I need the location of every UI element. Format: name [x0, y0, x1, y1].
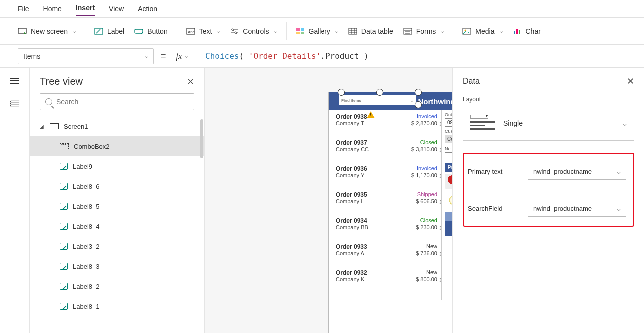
search-field-label: SearchField [468, 205, 528, 212]
datatable-button[interactable]: Data table [348, 27, 393, 35]
menu-insert[interactable]: Insert [76, 1, 95, 16]
search-icon [45, 98, 52, 105]
warning-icon [367, 111, 375, 118]
menu-file[interactable]: File [18, 2, 29, 16]
label-icon [60, 283, 68, 290]
svg-rect-10 [296, 28, 300, 31]
tree-item-label8_2[interactable]: Label8_2 [30, 276, 204, 296]
controls-button[interactable]: Controls ⌵ [230, 27, 277, 35]
close-tree-button[interactable]: ✕ [187, 76, 194, 87]
gallery-icon [296, 27, 305, 35]
menu-action[interactable]: Action [138, 2, 157, 16]
tree-item-label3_2[interactable]: Label3_2 [30, 236, 204, 256]
chevron-down-icon: ⌵ [411, 98, 413, 103]
chevron-down-icon: ⌵ [73, 28, 76, 34]
media-button[interactable]: Media ⌵ [462, 27, 502, 35]
label-button[interactable]: Label [94, 27, 124, 35]
chart-button[interactable]: Char [513, 27, 541, 35]
selection-handle[interactable] [415, 89, 422, 96]
equals-sign: = [161, 51, 166, 61]
search-field-select[interactable]: nwind_productname ⌵ [528, 200, 626, 217]
chevron-down-icon: ⌵ [145, 53, 148, 59]
text-icon: Abc [186, 27, 195, 35]
data-panel: Data ✕ Layout Single ⌵ Primary text nwin… [452, 68, 644, 333]
screen-icon [50, 123, 59, 129]
hamburger-button[interactable] [6, 74, 24, 88]
order-row[interactable]: Order 0933New Company A$ 736.00 › [329, 240, 441, 266]
chevron-down-icon: ⌵ [500, 28, 503, 34]
tree-item-label9[interactable]: Label9 [30, 156, 204, 176]
menu-home[interactable]: Home [43, 2, 62, 16]
svg-line-2 [96, 29, 100, 33]
gallery-button[interactable]: Gallery ⌵ [296, 27, 338, 35]
selection-handle[interactable] [376, 89, 383, 96]
tree-item-label8_6[interactable]: Label8_6 [30, 176, 204, 196]
label-icon [60, 183, 68, 190]
label-icon [94, 27, 103, 35]
selection-handle[interactable] [338, 89, 345, 96]
highlighted-fields: Primary text nwind_productname ⌵ SearchF… [463, 153, 634, 227]
tree-view-button[interactable] [6, 97, 24, 111]
tree-item-label8_5[interactable]: Label8_5 [30, 196, 204, 216]
new-screen-button[interactable]: New screen ⌵ [18, 27, 76, 35]
label-icon [60, 203, 68, 210]
new-screen-icon [18, 27, 27, 35]
svg-rect-26 [516, 29, 518, 34]
chart-icon [513, 27, 522, 35]
chevron-down-icon: ⌵ [335, 28, 338, 34]
order-row[interactable]: Order 0932New Company K$ 800.00 › [329, 266, 441, 292]
text-button[interactable]: Abc Text ⌵ [186, 27, 220, 35]
fx-button[interactable]: fx⌵ [173, 52, 191, 61]
forms-icon [403, 27, 412, 35]
search-input[interactable] [56, 98, 189, 106]
svg-rect-14 [349, 28, 357, 34]
primary-text-select[interactable]: nwind_productname ⌵ [528, 163, 626, 180]
svg-text:Abc: Abc [188, 30, 195, 34]
button-icon [134, 27, 143, 35]
layout-thumb [470, 115, 495, 132]
chevron-down-icon: ⌵ [617, 167, 621, 175]
data-panel-title: Data [463, 77, 480, 86]
label-icon [60, 243, 68, 250]
property-selector[interactable]: Items ⌵ [18, 48, 154, 64]
label-icon [60, 223, 68, 230]
caret-icon: ◢ [40, 124, 45, 129]
tree-scrollbar[interactable] [200, 119, 203, 158]
label-icon [60, 163, 68, 170]
svg-point-9 [235, 32, 237, 34]
forms-button[interactable]: Forms ⌵ [403, 27, 444, 35]
chevron-down-icon: ⌵ [441, 28, 444, 34]
order-row[interactable]: Order 0938Invoiced Company T$ 2,870.00 › [329, 110, 441, 136]
formula-input[interactable]: Choices( 'Order Details' .Product ) [205, 51, 369, 61]
media-icon [462, 27, 471, 35]
tree-item-label8_1[interactable]: Label8_1 [30, 296, 204, 316]
order-row[interactable]: Order 0934Closed Company BB$ 230.00 › [329, 214, 441, 240]
tree-item-combobox2[interactable]: ComboBox2 [30, 136, 204, 156]
combobox-selected[interactable]: Find items ⌵ [339, 95, 416, 105]
menu-view[interactable]: View [109, 2, 124, 16]
order-row[interactable]: Order 0937Closed Company CC$ 3,810.00 › [329, 136, 441, 162]
order-gallery: Order 0938Invoiced Company T$ 2,870.00 ›… [329, 110, 442, 300]
tree-screen-row[interactable]: ◢ Screen1 [30, 116, 204, 136]
tree-search[interactable] [40, 93, 194, 110]
chevron-down-icon: ⌵ [617, 204, 621, 212]
svg-rect-12 [296, 32, 300, 34]
tree-item-label8_3[interactable]: Label8_3 [30, 256, 204, 276]
close-data-panel[interactable]: ✕ [627, 76, 634, 87]
svg-point-8 [232, 29, 234, 31]
order-row[interactable]: Order 0935Shipped Company I$ 606.50 › [329, 188, 441, 214]
svg-rect-13 [301, 32, 304, 34]
tree-item-label8_4[interactable]: Label8_4 [30, 216, 204, 236]
chevron-down-icon: ⌵ [274, 28, 277, 34]
chevron-down-icon: ⌵ [217, 28, 220, 34]
button-button[interactable]: Button [134, 27, 167, 35]
primary-text-label: Primary text [468, 168, 528, 175]
layout-selector[interactable]: Single ⌵ [463, 106, 634, 141]
order-row[interactable]: Order 0936Invoiced Company Y$ 1,170.00 › [329, 162, 441, 188]
svg-point-24 [465, 29, 466, 31]
chevron-down-icon: ⌵ [623, 119, 627, 127]
selection-handle[interactable] [415, 101, 422, 108]
chevron-down-icon: ⌵ [185, 53, 188, 59]
label-icon [60, 303, 68, 310]
datatable-icon [348, 27, 357, 35]
